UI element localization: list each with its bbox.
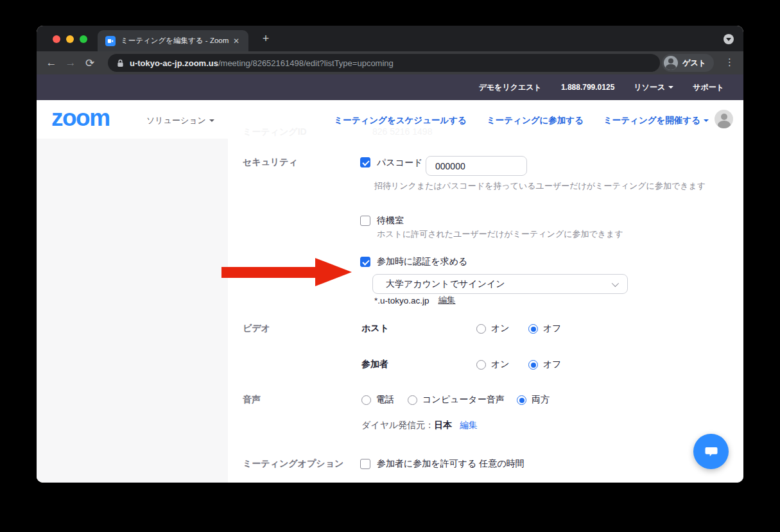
join-anytime-checkbox[interactable]	[360, 459, 370, 469]
url-path: /meeting/82652161498/edit?listType=upcom…	[218, 58, 394, 68]
resources-menu[interactable]: リソース	[634, 82, 673, 93]
audio-both-radio[interactable]	[517, 395, 526, 405]
minimize-window-button[interactable]	[66, 35, 74, 43]
chevron-down-icon	[704, 119, 709, 122]
video-host-off-radio[interactable]	[528, 324, 538, 334]
account-avatar[interactable]	[715, 110, 733, 128]
audio-computer-label: コンピューター音声	[422, 394, 505, 406]
arrow-shaft	[221, 267, 315, 278]
chat-fab-button[interactable]	[693, 434, 729, 469]
chevron-down-icon	[209, 119, 214, 122]
video-host-label: ホスト	[361, 323, 389, 334]
ghost-meeting-id-value: 826 5216 1498	[372, 126, 432, 137]
audio-computer-radio[interactable]	[408, 395, 417, 405]
audio-phone-radio[interactable]	[361, 395, 371, 405]
waiting-room-help-text: ホストに許可されたユーザーだけがミーティングに参加できます	[377, 228, 623, 240]
address-bar[interactable]: u-tokyo-ac-jp.zoom.us/meeting/8265216149…	[108, 54, 660, 72]
chat-bubble-icon	[703, 443, 720, 460]
video-participant-label: 参加者	[361, 359, 388, 370]
user-avatar-icon	[664, 56, 678, 70]
auth-domain-edit-link[interactable]: 編集	[438, 295, 456, 306]
video-section-label: ビデオ	[243, 323, 270, 334]
ghost-meeting-id-label: ミーティングID	[243, 126, 307, 138]
passcode-help-text: 招待リンクまたはパスコードを持っているユーザーだけがミーティングに参加できます	[374, 180, 706, 192]
zoom-site-header: zoom ソリューション ミーティングをスケジュールする ミーティングに参加する…	[37, 100, 743, 139]
solutions-menu[interactable]: ソリューション	[146, 115, 214, 126]
video-host-on-radio[interactable]	[476, 324, 486, 334]
lock-icon	[117, 59, 124, 67]
profile-guest-button[interactable]: ゲスト	[662, 54, 714, 72]
chevron-down-icon	[612, 279, 619, 286]
phone-number-link[interactable]: 1.888.799.0125	[561, 83, 614, 92]
video-host-on-label: オン	[491, 323, 510, 334]
video-participant-on-radio[interactable]	[476, 360, 486, 370]
passcode-input[interactable]	[426, 156, 527, 176]
audio-phone-label: 電話	[376, 394, 394, 406]
host-meeting-menu[interactable]: ミーティングを開催する	[603, 115, 709, 126]
url-host: u-tokyo-ac-jp.zoom.us	[130, 58, 218, 68]
passcode-label: パスコード	[377, 157, 422, 169]
support-link[interactable]: サポート	[693, 82, 724, 93]
tab-search-button[interactable]	[724, 34, 734, 44]
tab-title: ミーティングを編集する - Zoom	[121, 36, 230, 46]
forward-button[interactable]: →	[61, 56, 80, 69]
security-section-label: セキュリティ	[243, 157, 298, 168]
arrow-head	[315, 258, 352, 286]
active-tab[interactable]: ミーティングを編集する - Zoom ✕	[98, 30, 248, 51]
video-participant-on-label: オン	[491, 359, 510, 370]
join-meeting-link[interactable]: ミーティングに参加する	[487, 115, 584, 126]
browser-toolbar: ← → ⟳ u-tokyo-ac-jp.zoom.us/meeting/8265…	[37, 51, 743, 74]
request-demo-link[interactable]: デモをリクエスト	[479, 82, 542, 93]
dial-from-row: ダイヤル発信元：日本 編集	[361, 420, 478, 431]
dial-from-label: ダイヤル発信元：	[361, 420, 434, 430]
video-participant-off-label: オフ	[543, 359, 562, 370]
require-auth-label: 参加時に認証を求める	[377, 256, 467, 268]
reload-button[interactable]: ⟳	[80, 56, 100, 70]
video-host-off-label: オフ	[543, 323, 562, 334]
auth-method-select[interactable]: 大学アカウントでサインイン	[372, 274, 628, 294]
join-anytime-label: 参加者に参加を許可する 任意の時間	[377, 458, 524, 470]
schedule-meeting-link[interactable]: ミーティングをスケジュールする	[334, 115, 467, 126]
meeting-options-section-label: ミーティングオプション	[243, 458, 343, 470]
waiting-room-checkbox[interactable]	[360, 216, 370, 226]
auth-method-value: 大学アカウントでサインイン	[386, 279, 612, 290]
meeting-edit-form: セキュリティ パスコード 招待リンクまたはパスコードを持っているユーザーだけがミ…	[37, 139, 743, 483]
fullscreen-window-button[interactable]	[80, 35, 87, 43]
video-participant-off-radio[interactable]	[528, 360, 538, 370]
chevron-down-icon	[726, 38, 731, 41]
require-auth-checkbox[interactable]	[360, 257, 370, 267]
chevron-down-icon	[668, 86, 673, 89]
zoom-logo[interactable]: zoom	[51, 105, 110, 132]
auth-domain-row: *.u-tokyo.ac.jp 編集	[374, 295, 456, 306]
waiting-room-label: 待機室	[377, 215, 404, 227]
browser-menu-icon[interactable]: ⋮	[725, 56, 734, 68]
dial-edit-link[interactable]: 編集	[460, 420, 478, 430]
auth-domain-text: *.u-tokyo.ac.jp	[374, 296, 429, 305]
zoom-top-banner: デモをリクエスト 1.888.799.0125 リソース サポート	[37, 74, 743, 100]
header-nav: ミーティングをスケジュールする ミーティングに参加する ミーティングを開催する	[334, 115, 709, 126]
left-sidebar	[37, 139, 228, 483]
screenshot-stage: ミーティングを編集する - Zoom ✕ + ← → ⟳ u-tokyo-ac-…	[0, 0, 780, 532]
browser-window: ミーティングを編集する - Zoom ✕ + ← → ⟳ u-tokyo-ac-…	[37, 26, 743, 483]
dial-from-country: 日本	[434, 420, 452, 430]
zoom-favicon-icon	[105, 36, 116, 46]
tab-close-icon[interactable]: ✕	[230, 35, 242, 47]
passcode-checkbox[interactable]	[360, 157, 370, 167]
browser-tab-bar: ミーティングを編集する - Zoom ✕ +	[37, 26, 743, 51]
close-window-button[interactable]	[53, 35, 60, 43]
audio-both-label: 両方	[532, 394, 550, 406]
audio-section-label: 音声	[243, 394, 261, 406]
back-button[interactable]: ←	[42, 56, 61, 69]
new-tab-button[interactable]: +	[258, 32, 273, 46]
guest-label: ゲスト	[682, 58, 706, 69]
